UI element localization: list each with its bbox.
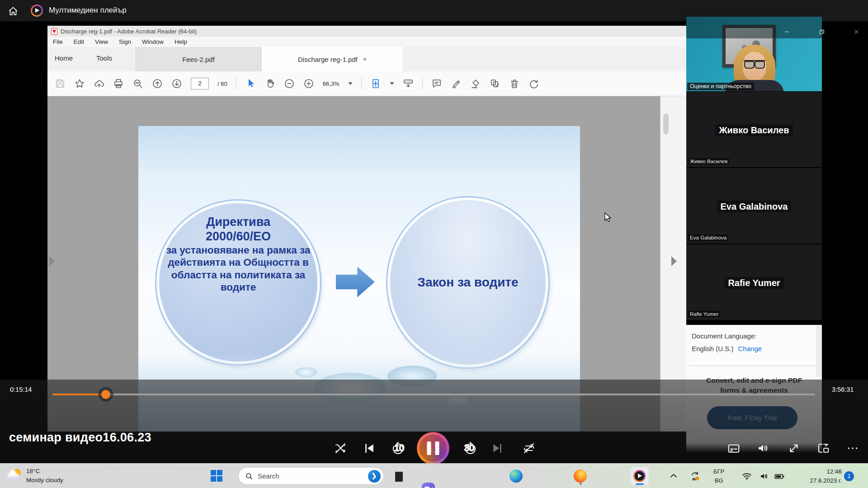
restore-button[interactable] [818, 28, 825, 35]
previous-track-icon[interactable] [363, 441, 376, 455]
organize-pages-icon[interactable] [490, 78, 500, 89]
comment-icon[interactable] [431, 78, 442, 89]
acrobat-menubar: File Edit View Sign Window Help [47, 37, 686, 47]
menu-window[interactable]: Window [142, 38, 164, 45]
taskbar-app-icon-dark[interactable] [394, 469, 407, 483]
taskbar-media-player-icon[interactable] [633, 470, 646, 482]
more-options-icon[interactable] [846, 441, 859, 455]
hand-tool-icon[interactable] [264, 78, 275, 89]
page-number-input[interactable]: 2 [191, 78, 209, 89]
next-track-icon[interactable] [491, 441, 504, 455]
sign-icon[interactable] [470, 78, 481, 89]
clock[interactable]: 12:46 27.6.2023 г. [800, 467, 842, 486]
highlight-icon[interactable] [451, 78, 462, 89]
repeat-off-icon[interactable] [522, 441, 536, 455]
find-icon[interactable] [132, 78, 143, 89]
toolbar-divider [236, 78, 236, 89]
menu-file[interactable]: File [53, 38, 63, 45]
shuffle-off-icon[interactable] [334, 441, 347, 455]
panel-scrollbar[interactable] [816, 325, 822, 377]
menu-help[interactable]: Help [175, 38, 187, 45]
acrobat-pdf-icon [51, 28, 57, 35]
glasses [744, 60, 765, 66]
battery-icon[interactable] [774, 471, 785, 482]
reset-icon[interactable] [528, 78, 539, 89]
tab-discharge-document[interactable]: Discharge reg-1.pdf × [262, 47, 403, 71]
zoom-in-icon[interactable] [303, 78, 314, 89]
next-page-icon[interactable] [171, 78, 182, 89]
language-switcher[interactable]: БГР BG [713, 467, 724, 485]
pause-button[interactable] [417, 432, 449, 465]
zoom-out-icon[interactable] [284, 78, 295, 89]
start-button[interactable] [211, 470, 223, 483]
participant-name: Живко Василев [715, 124, 793, 136]
captions-icon[interactable] [727, 441, 741, 455]
search-placeholder: Search [258, 472, 368, 480]
close-button[interactable] [853, 28, 860, 35]
participant-tile[interactable]: Живко Василев Живко Василев [686, 91, 822, 167]
select-tool-icon[interactable] [245, 78, 256, 89]
total-duration: 3:56:31 [832, 386, 854, 393]
weather-widget[interactable]: 18°C Mostly cloudy [7, 467, 63, 484]
fullscreen-icon[interactable] [787, 441, 801, 455]
tab-fees-document[interactable]: Fees-2.pdf [136, 47, 261, 71]
home-button[interactable] [7, 5, 19, 16]
seek-thumb[interactable] [101, 390, 110, 399]
menu-view[interactable]: View [95, 38, 108, 45]
zoom-level-value[interactable]: 66,3% [323, 80, 340, 87]
acrobat-window-title: Discharge reg-1.pdf - Adobe Acrobat Read… [61, 28, 197, 35]
left-panel-expand-icon[interactable] [49, 256, 55, 266]
fit-page-caret-icon[interactable] [390, 82, 394, 85]
tray-sync-icon[interactable] [690, 471, 701, 482]
print-icon[interactable] [113, 78, 124, 89]
delete-icon[interactable] [509, 78, 520, 89]
participant-tile[interactable]: Eva Galabinova Eva Galabinova [686, 168, 822, 244]
zoom-caret-icon[interactable] [348, 82, 353, 85]
media-player-app-icon [31, 5, 43, 17]
volume-icon[interactable] [756, 441, 770, 455]
forward-30-icon[interactable] [462, 441, 476, 455]
share-cloud-icon[interactable] [94, 78, 104, 89]
pause-icon [427, 441, 439, 455]
notification-badge[interactable]: 1 [844, 471, 854, 481]
previous-page-icon[interactable] [152, 78, 163, 89]
save-icon[interactable] [55, 78, 66, 89]
document-scrollbar[interactable] [663, 113, 669, 134]
menu-sign[interactable]: Sign [119, 38, 131, 45]
seek-bar[interactable] [52, 394, 815, 395]
bing-chat-icon[interactable] [368, 470, 381, 483]
tray-chevron-up-icon[interactable] [668, 470, 679, 481]
right-panel-expand-icon[interactable] [671, 256, 677, 266]
weather-icon [7, 469, 23, 483]
wifi-icon[interactable] [741, 471, 752, 482]
taskbar-firefox-slot[interactable] [571, 467, 590, 486]
rewind-10-icon[interactable] [392, 441, 406, 455]
menu-edit[interactable]: Edit [74, 38, 84, 45]
video-frame[interactable]: Discharge reg-1.pdf - Adobe Acrobat Read… [0, 21, 868, 463]
tab-close-icon[interactable]: × [363, 56, 367, 63]
water-law-circle-text: Закон за водите [387, 275, 548, 290]
participant-label: Eva Galabinova [688, 235, 728, 241]
acrobat-tabbar: Home Tools Fees-2.pdf Discharge reg-1.pd… [47, 47, 686, 71]
tab-tools[interactable]: Tools [96, 54, 112, 62]
star-icon[interactable] [74, 78, 85, 89]
taskbar-media-player-slot[interactable] [630, 467, 649, 486]
taskbar-edge-icon[interactable] [509, 469, 523, 483]
firefox-open-indicator [580, 483, 582, 485]
fit-page-icon[interactable] [370, 78, 381, 89]
participant-tile[interactable]: Rafie Yumer Rafie Yumer [686, 244, 822, 320]
directive-circle-text: Директива 2000/60/ЕО за установяване на … [165, 215, 312, 294]
search-box[interactable]: Search [238, 467, 384, 485]
taskbar: 18°C Mostly cloudy Search БГР BG [0, 463, 868, 488]
mouse-cursor [603, 212, 613, 223]
page-count-label: / 60 [217, 80, 227, 87]
toolbar-toggle-icon[interactable] [403, 78, 414, 89]
weather-temperature: 18°C [26, 467, 63, 476]
tray-volume-icon[interactable] [759, 471, 769, 482]
taskbar-firefox-icon[interactable] [574, 469, 587, 483]
taskbar-video-chat-icon[interactable] [422, 483, 435, 488]
tab-home[interactable]: Home [55, 54, 73, 62]
change-language-link[interactable]: Change [738, 345, 762, 352]
minimize-button[interactable] [783, 28, 790, 35]
mini-player-icon[interactable] [816, 441, 830, 455]
